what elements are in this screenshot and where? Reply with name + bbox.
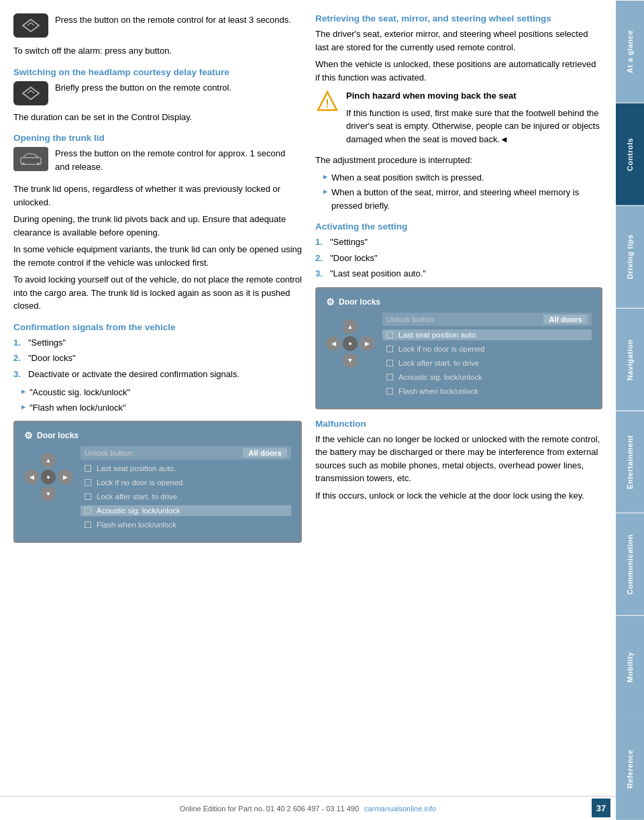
nav-left-icon[interactable]: ◀ — [24, 470, 39, 484]
sidebar-tab-communication[interactable]: Communication — [616, 513, 644, 615]
screen1-title: ⚙ Door locks — [24, 430, 291, 441]
conf-bullet1: "Acoustic sig. lock/unlock" — [21, 386, 302, 399]
screen-item: Last seat position auto. — [80, 463, 291, 474]
screen-mockup-1: ⚙ Door locks ▲ ◀ ● ▶ ▼ — [13, 421, 302, 543]
footer-brand: carmanualsonline.info — [364, 805, 436, 813]
screen-item: Acoustic sig. lock/unlock — [80, 505, 291, 516]
malfunction-heading: Malfunction — [315, 419, 602, 429]
screen-checkbox — [85, 465, 91, 472]
gear-icon: ⚙ — [24, 430, 33, 441]
warning-content: Pinch hazard when moving back the seat I… — [346, 89, 602, 150]
sidebar-tab-entertainment[interactable]: Entertainment — [616, 411, 644, 513]
screen2-header-row: Unlock button: All doors — [382, 313, 592, 326]
screen-item: Lock after start. to drive — [80, 491, 291, 502]
confirmation-bullets: "Acoustic sig. lock/unlock" "Flash when … — [21, 386, 302, 414]
screen-item: Acoustic sig. lock/unlock — [382, 372, 592, 382]
sidebar-tab-mobility[interactable]: Mobility — [616, 615, 644, 718]
screen-mockup-2: ⚙ Door locks ▲ ◀ ● ▶ ▼ — [315, 287, 602, 409]
top-icon-text: Press the button on the remote control f… — [55, 13, 291, 27]
sidebar-tab-driving-tips[interactable]: Driving tips — [616, 205, 644, 308]
retrieving-para2: When the vehicle is unlocked, these posi… — [315, 58, 602, 84]
headlamp-icon-row: Briefly press the button on the remote c… — [13, 81, 302, 105]
screen-checkbox — [85, 493, 91, 500]
adjustment-bullet1: When a seat position switch is pressed. — [323, 171, 602, 185]
svg-marker-1 — [23, 87, 39, 99]
warning-para1: If this function is used, first make sur… — [346, 107, 602, 146]
nav-down-icon[interactable]: ▼ — [41, 486, 56, 501]
warning-row: ! Pinch hazard when moving back the seat… — [315, 89, 602, 150]
screen1-items: Last seat position auto.Lock if no door … — [80, 463, 291, 530]
malfunction-para1: If the vehicle can no longer be locked o… — [315, 433, 602, 485]
nav2-up-icon[interactable]: ▲ — [343, 319, 358, 334]
adjustment-bullet2: When a button of the seat, mirror, and s… — [323, 186, 602, 212]
trunk-para3: In some vehicle equipment variants, the … — [13, 243, 302, 269]
screen1-header-row: Unlock button: All doors — [80, 446, 291, 460]
trunk-remote-icon — [13, 147, 48, 171]
right-column: Retrieving the seat, mirror, and steerin… — [315, 13, 602, 793]
screen-checkbox — [386, 331, 393, 338]
confirmation-list: 1. "Settings" 2. "Door locks" 3. Deactiv… — [13, 336, 302, 381]
page-footer: Online Edition for Part no. 01 40 2 606 … — [0, 796, 616, 820]
screen-item: Lock after start. to drive — [382, 358, 592, 368]
sidebar-tab-at-a-glance[interactable]: At a glance — [616, 0, 644, 103]
nav-right-icon[interactable]: ▶ — [58, 470, 72, 484]
top-icon-section: Press the button on the remote control f… — [13, 13, 302, 38]
screen-checkbox — [85, 479, 91, 486]
main-content: Press the button on the remote control f… — [0, 0, 616, 820]
screen-item: Flash when lock/unlock — [382, 386, 592, 397]
screen-item: Lock if no door is opened — [80, 477, 291, 488]
svg-rect-3 — [22, 162, 25, 165]
activating-list: 1. "Settings" 2. "Door locks" 3. "Last s… — [315, 236, 602, 280]
retrieving-para1: The driver's seat, exterior mirror, and … — [315, 28, 602, 54]
retrieving-heading: Retrieving the seat, mirror, and steerin… — [315, 13, 602, 23]
screen-checkbox — [386, 388, 393, 395]
act-step2: 2. "Door locks" — [315, 252, 602, 265]
sidebar-tab-reference[interactable]: Reference — [616, 718, 644, 820]
sidebar-tab-navigation[interactable]: Navigation — [616, 308, 644, 411]
activating-heading: Activating the setting — [315, 221, 602, 232]
screen-checkbox — [386, 360, 393, 366]
nav-up-icon[interactable]: ▲ — [41, 453, 56, 468]
remote-control-icon — [13, 13, 48, 38]
act-step3: 3. "Last seat position auto." — [315, 267, 602, 280]
screen-item: Flash when lock/unlock — [80, 519, 291, 530]
screen-item: Lock if no door is opened — [382, 344, 592, 354]
screen2-items: Last seat position auto.Lock if no door … — [382, 329, 592, 397]
conf-step2: 2. "Door locks" — [13, 352, 302, 365]
svg-rect-4 — [37, 162, 40, 165]
trunk-icon-row: Press the button on the remote control f… — [13, 147, 302, 177]
act-step1: 1. "Settings" — [315, 236, 602, 249]
trunk-para1: The trunk lid opens, regardless of wheth… — [13, 183, 302, 209]
svg-marker-0 — [23, 19, 39, 32]
trunk-heading: Opening the trunk lid — [13, 133, 302, 143]
headlamp-icon-text: Briefly press the button on the remote c… — [55, 81, 231, 95]
screen2-title: ⚙ Door locks — [326, 297, 592, 307]
adjustment-heading: The adjustment procedure is interrupted: — [315, 154, 602, 167]
screen-checkbox — [85, 521, 91, 528]
gear-icon-2: ⚙ — [326, 297, 335, 307]
conf-bullet2: "Flash when lock/unlock" — [21, 401, 302, 415]
trunk-icon-text: Press the button on the remote control f… — [55, 147, 302, 173]
nav2-center-icon[interactable]: ● — [343, 336, 358, 351]
screen-item: Last seat position auto. — [382, 329, 592, 340]
alarm-text: To switch off the alarm: press any butto… — [13, 44, 302, 58]
trunk-para4: To avoid locking yourself out of the veh… — [13, 273, 302, 313]
screen-checkbox — [85, 507, 91, 514]
sidebar: At a glanceControlsDriving tipsNavigatio… — [616, 0, 644, 820]
sidebar-tab-controls[interactable]: Controls — [616, 103, 644, 205]
conf-step3: 3. Deactivate or activate the desired co… — [13, 368, 302, 381]
warning-title: Pinch hazard when moving back the seat — [346, 89, 602, 103]
page-wrapper: Press the button on the remote control f… — [0, 0, 644, 820]
nav2-down-icon[interactable]: ▼ — [343, 353, 358, 368]
nav2-right-icon[interactable]: ▶ — [360, 336, 374, 351]
trunk-para2: During opening, the trunk lid pivots bac… — [13, 213, 302, 239]
page-number: 37 — [592, 799, 610, 817]
left-column: Press the button on the remote control f… — [13, 13, 302, 793]
adjustment-bullets: When a seat position switch is pressed. … — [323, 171, 602, 213]
headlamp-remote-icon — [13, 81, 48, 105]
confirmation-heading: Confirmation signals from the vehicle — [13, 322, 302, 332]
nav-center-icon[interactable]: ● — [41, 470, 56, 484]
malfunction-para2: If this occurs, unlock or lock the vehic… — [315, 489, 602, 503]
screen-checkbox — [386, 346, 393, 352]
nav2-left-icon[interactable]: ◀ — [326, 336, 341, 351]
